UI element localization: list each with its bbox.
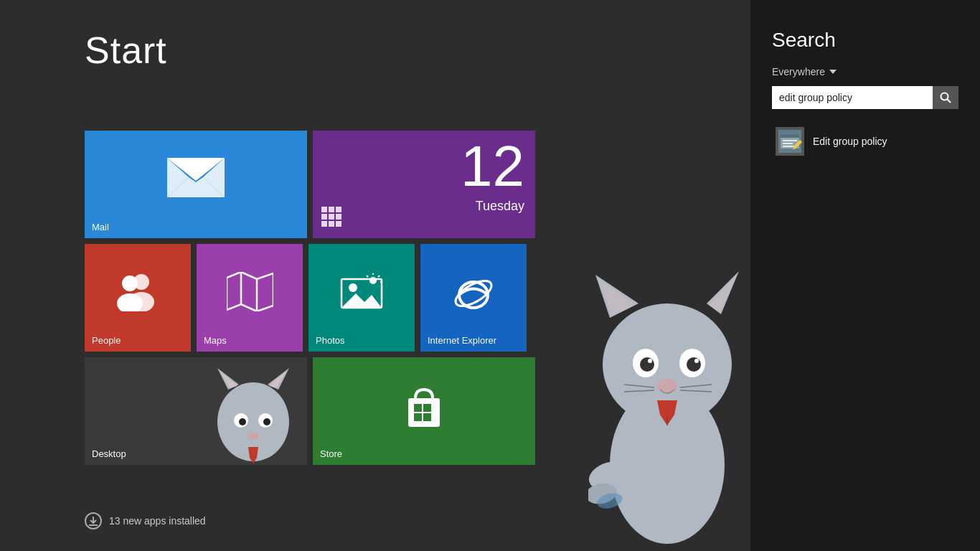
svg-rect-9: [329, 214, 334, 220]
svg-point-22: [349, 283, 357, 292]
tile-desktop[interactable]: Desktop: [85, 357, 307, 465]
search-panel: Search Everywhere: [750, 0, 980, 551]
tile-ie-label: Internet Explorer: [428, 335, 496, 346]
search-result[interactable]: Edit group policy: [772, 123, 958, 159]
svg-point-38: [239, 418, 246, 425]
tile-row-2: People Maps P: [85, 244, 535, 352]
search-input[interactable]: [772, 86, 933, 109]
tile-mail-label: Mail: [92, 222, 109, 232]
svg-rect-5: [321, 207, 327, 212]
svg-rect-10: [336, 214, 341, 220]
tile-mail[interactable]: Mail: [85, 131, 307, 238]
tile-people[interactable]: People: [85, 244, 191, 352]
search-button[interactable]: [933, 86, 958, 109]
svg-marker-71: [657, 400, 677, 415]
svg-rect-47: [423, 413, 431, 421]
svg-rect-77: [781, 134, 799, 138]
svg-marker-18: [227, 272, 273, 311]
calendar-grid-icon: [321, 207, 341, 230]
chevron-down-icon: [829, 70, 837, 74]
svg-point-59: [687, 357, 701, 372]
tile-row-3: Desktop Store: [85, 357, 535, 465]
svg-rect-12: [329, 221, 334, 227]
svg-rect-13: [336, 221, 341, 227]
tile-photos[interactable]: Photos: [308, 244, 415, 352]
svg-rect-43: [408, 398, 440, 427]
tile-people-label: People: [92, 335, 121, 346]
svg-point-39: [263, 418, 270, 425]
svg-point-61: [694, 359, 699, 363]
tile-ie[interactable]: Internet Explorer: [420, 244, 527, 352]
tiles-container: Mail 12 Tuesday: [85, 131, 535, 465]
svg-rect-7: [336, 207, 341, 212]
svg-point-16: [122, 276, 138, 291]
svg-rect-46: [414, 413, 422, 421]
tile-maps-label: Maps: [204, 335, 227, 346]
svg-point-62: [657, 379, 677, 393]
svg-line-26: [378, 276, 380, 277]
svg-rect-6: [329, 207, 334, 212]
search-scope-label: Everywhere: [772, 66, 825, 77]
tile-store[interactable]: Store: [313, 357, 535, 465]
search-input-row: [772, 86, 958, 109]
download-icon: [85, 512, 102, 529]
tile-calendar[interactable]: 12 Tuesday: [313, 131, 535, 238]
svg-point-40: [248, 433, 259, 440]
tile-desktop-label: Desktop: [92, 448, 126, 459]
search-scope-dropdown[interactable]: Everywhere: [772, 66, 958, 77]
svg-rect-44: [414, 404, 422, 412]
calendar-day: 12: [461, 138, 524, 195]
notification-text: 13 new apps installed: [109, 515, 206, 527]
svg-point-73: [941, 93, 948, 100]
tile-maps[interactable]: Maps: [197, 244, 303, 352]
search-title: Search: [772, 29, 958, 52]
svg-rect-45: [423, 404, 431, 412]
svg-rect-8: [321, 214, 327, 220]
tile-photos-label: Photos: [316, 335, 344, 346]
tile-store-label: Store: [320, 448, 342, 459]
cat-character: [588, 264, 746, 551]
svg-rect-11: [321, 221, 327, 227]
calendar-weekday: Tuesday: [476, 199, 524, 214]
svg-line-28: [367, 276, 368, 277]
result-label: Edit group policy: [813, 136, 887, 147]
svg-line-74: [948, 100, 951, 103]
result-icon: [776, 127, 804, 156]
start-title: Start: [85, 29, 167, 72]
svg-marker-42: [248, 447, 258, 458]
svg-point-24: [369, 277, 377, 284]
notification-bar[interactable]: 13 new apps installed: [85, 512, 206, 529]
tile-row-1: Mail 12 Tuesday: [85, 131, 535, 238]
svg-point-60: [648, 359, 652, 363]
svg-marker-23: [341, 293, 382, 308]
svg-point-58: [640, 357, 654, 372]
